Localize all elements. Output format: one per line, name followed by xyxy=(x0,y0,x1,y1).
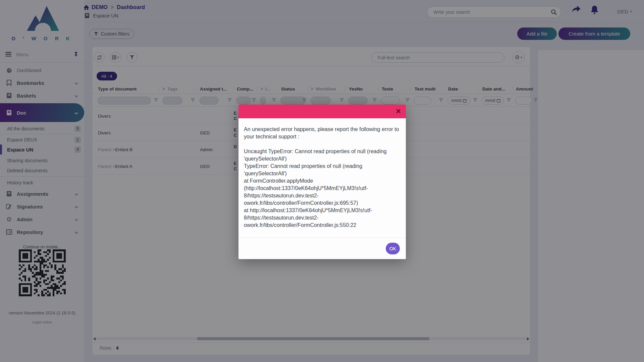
error-message-line: Uncaught TypeError: Cannot read properti… xyxy=(244,148,400,163)
error-message-line: at FormController.applyMode (http://loca… xyxy=(244,177,400,207)
error-message: An unexpected error happens, please repo… xyxy=(244,126,400,229)
error-dialog: ✕ An unexpected error happens, please re… xyxy=(238,105,406,259)
error-dialog-footer: OK xyxy=(238,238,406,259)
ok-button[interactable]: OK xyxy=(386,243,400,254)
error-message-line xyxy=(244,140,400,148)
close-icon[interactable]: ✕ xyxy=(395,107,401,115)
error-message-line: An unexpected error happens, please repo… xyxy=(244,126,400,140)
error-dialog-header: ✕ xyxy=(238,105,406,118)
error-message-line: at http://localhost:1337/0eK64ohjU*5MmEY… xyxy=(244,207,400,229)
error-message-line: TypeError: Cannot read properties of nul… xyxy=(244,163,400,177)
